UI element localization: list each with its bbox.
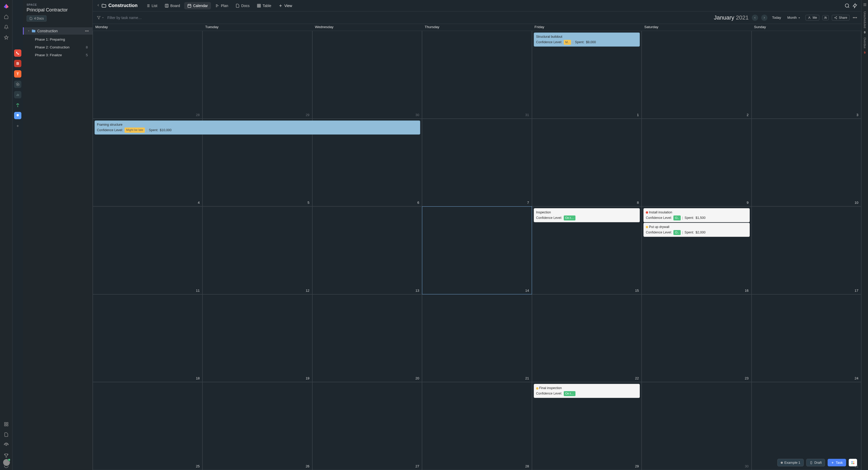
share-button[interactable]: Share (832, 15, 849, 21)
tab-docs[interactable]: Docs (232, 2, 253, 9)
doc-icon[interactable] (2, 431, 10, 439)
tab-plan[interactable]: Plan (212, 2, 231, 9)
add-view-button[interactable]: View (275, 2, 295, 9)
svg-point-15 (825, 16, 826, 18)
calendar-cell[interactable]: 7 (422, 119, 532, 207)
apps-button[interactable] (849, 459, 857, 466)
more-menu-icon[interactable]: ••• (852, 15, 857, 20)
calendar-cell[interactable]: 1Structural buildoutConfidence Level:M..… (532, 31, 642, 119)
rail-toggle-icon[interactable] (863, 3, 867, 8)
calendar-cell[interactable]: 28 (422, 382, 532, 470)
calendar-cell[interactable]: 3 (751, 31, 861, 119)
calendar-cell[interactable]: 24 (751, 294, 861, 382)
search-icon[interactable] (844, 3, 850, 8)
calendar-cell[interactable]: 25 (93, 382, 203, 470)
calendar-event[interactable]: InspectionConfidence Level:On t… (534, 208, 640, 222)
pin-b[interactable]: B (14, 60, 21, 67)
calendar-cell[interactable]: 13 (312, 206, 422, 294)
calendar-event[interactable]: Structural buildoutConfidence Level:M..|… (534, 33, 640, 46)
tab-label: Docs (241, 4, 250, 8)
calendar-cell[interactable]: 14 (422, 206, 532, 294)
calendar-cell[interactable]: 10 (751, 119, 861, 207)
calendar-event[interactable]: Put up drywallConfidence Level:O..|Spent… (644, 223, 749, 237)
calendar-cell[interactable]: 4Framing structureConfidence Level:Might… (93, 119, 203, 207)
next-month-button[interactable] (761, 14, 768, 21)
calendar-cell[interactable]: 29 (203, 31, 312, 119)
right-rail: Unscheduled 0 Overdue 9 (861, 0, 868, 470)
calendar-cell[interactable]: 23 (642, 294, 751, 382)
tree-item-phase1[interactable]: Phase 1: Preparing (23, 37, 92, 42)
plan-icon (215, 4, 219, 8)
filter-button[interactable] (97, 16, 104, 20)
day-header: Sunday (751, 24, 861, 31)
task-filter-input[interactable] (107, 15, 165, 20)
calendar-cell[interactable]: 30 (312, 31, 422, 119)
calendar-cell[interactable]: 19 (203, 294, 312, 382)
separator: | (682, 230, 683, 235)
pin-add-icon[interactable] (14, 122, 21, 130)
calendar-cell[interactable]: 2 (642, 31, 751, 119)
pin-chart-icon[interactable] (14, 91, 21, 98)
calendar-cell[interactable]: 15InspectionConfidence Level:On t… (532, 206, 642, 294)
tree-item-phase3[interactable]: Phase 3: Finalize5 (23, 52, 92, 58)
pulse-icon[interactable] (2, 441, 10, 449)
assignees-pill[interactable] (823, 15, 829, 20)
calendar-cell[interactable]: 29Final inspectionConfidence Level:On t… (532, 382, 642, 470)
dashboard-icon[interactable] (2, 420, 10, 428)
calendar-cell[interactable]: 8 (532, 119, 642, 207)
calendar-cell[interactable]: 31 (751, 382, 861, 470)
tree-item-phase2[interactable]: Phase 2: Construction8 (23, 44, 92, 50)
calendar-cell[interactable]: 21 (422, 294, 532, 382)
tab-table[interactable]: Table (254, 2, 274, 9)
tree-root-construction[interactable]: Construction ••• (23, 27, 92, 35)
calendar-cell[interactable]: 22 (532, 294, 642, 382)
calendar-cell[interactable]: 16Install insulationConfidence Level:O..… (642, 206, 751, 294)
collapse-sidebar-icon[interactable] (96, 3, 100, 8)
calendar-cell[interactable]: 27 (312, 382, 422, 470)
pin-phone-icon[interactable] (14, 49, 21, 57)
pin-antenna-icon[interactable] (14, 101, 21, 109)
tab-board[interactable]: Board (161, 2, 183, 9)
new-task-button[interactable]: Task (828, 459, 846, 466)
pin-light-icon[interactable] (14, 112, 21, 119)
calendar-cell[interactable]: 9 (642, 119, 751, 207)
calendar-cell[interactable]: 18 (93, 294, 203, 382)
phone-icon (810, 461, 813, 464)
bell-icon[interactable] (2, 23, 10, 31)
tab-calendar[interactable]: Calendar (184, 2, 211, 9)
example-chip[interactable]: Example 1 (777, 459, 804, 466)
calendar-cell[interactable]: 26 (203, 382, 312, 470)
breadcrumb[interactable]: Construction (102, 3, 137, 8)
today-button[interactable]: Today (771, 14, 783, 21)
calendar-cell[interactable]: 12 (203, 206, 312, 294)
svg-point-17 (836, 16, 837, 17)
calendar-cell[interactable]: 11 (93, 206, 203, 294)
calendar-cell[interactable]: 30 (642, 382, 751, 470)
calendar-cell[interactable]: 20 (312, 294, 422, 382)
overdue-label[interactable]: Overdue (863, 37, 866, 48)
draft-chip[interactable]: Draft (806, 459, 825, 466)
pin-gear-icon[interactable] (14, 81, 21, 88)
tab-list[interactable]: List (143, 2, 160, 9)
calendar-cell[interactable]: 28 (93, 31, 203, 119)
calendar-event[interactable]: Framing structureConfidence Level:Might … (95, 121, 420, 135)
confidence-label: Confidence Level: (536, 215, 562, 221)
app-logo-icon[interactable] (3, 2, 10, 9)
range-selector[interactable]: Month (786, 14, 802, 21)
unscheduled-label[interactable]: Unscheduled (863, 11, 866, 28)
pin-t[interactable]: T (14, 70, 21, 77)
event-title: Inspection (536, 210, 551, 214)
docs-pill[interactable]: 4 Docs (27, 15, 46, 22)
me-filter-pill[interactable]: Me (805, 15, 819, 21)
calendar-cell[interactable]: 31 (422, 31, 532, 119)
calendar-cell[interactable]: 17 (751, 206, 861, 294)
prev-month-button[interactable] (752, 14, 758, 21)
star-icon[interactable] (2, 33, 10, 42)
main-content: Construction List Board Calendar Plan Do… (93, 0, 861, 470)
home-icon[interactable] (2, 12, 10, 21)
bolt-icon[interactable] (852, 3, 858, 8)
calendar-event[interactable]: Install insulationConfidence Level:O..|S… (644, 208, 749, 222)
user-avatar[interactable] (3, 459, 10, 466)
calendar-event[interactable]: Final inspectionConfidence Level:On t… (534, 384, 640, 398)
tree-item-menu-icon[interactable]: ••• (85, 29, 89, 33)
